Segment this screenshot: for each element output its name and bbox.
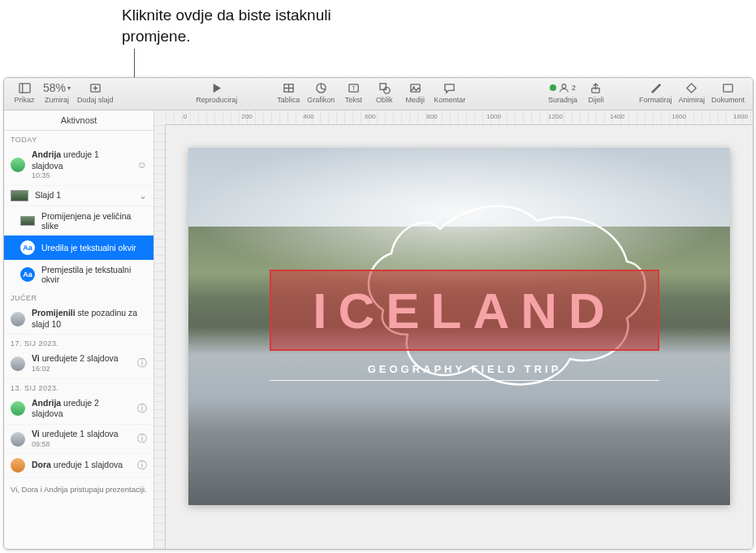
- avatar: [11, 458, 25, 473]
- avatar: [11, 401, 25, 416]
- info-icon[interactable]: ⓘ: [137, 459, 147, 473]
- text-edit-icon: Aa: [20, 240, 35, 255]
- activity-entry[interactable]: Andrija uređuje 1 slajdova 10:35 ☺: [4, 145, 153, 186]
- animate-button[interactable]: Animiraj: [675, 80, 708, 109]
- activity-entry[interactable]: Vi uređujete 1 slajdova 09:58 ⓘ: [4, 425, 153, 454]
- app-window: Prikaz 58%▾ Zumiraj Dodaj slajd Reproduc…: [3, 77, 754, 550]
- activity-text: Andrija uređuje 1 slajdova: [32, 149, 131, 171]
- play-icon: [210, 81, 222, 94]
- media-icon: [409, 81, 421, 94]
- format-button[interactable]: Formatiraj: [636, 80, 676, 109]
- svg-rect-12: [380, 83, 387, 89]
- activity-text: Vi uređujete 2 slajdova: [32, 353, 131, 365]
- add-slide-button[interactable]: Dodaj slajd: [74, 80, 117, 109]
- add-slide-label: Dodaj slajd: [77, 96, 114, 104]
- slide-subtitle[interactable]: GEOGRAPHY FIELD TRIP: [270, 363, 659, 381]
- text-edit-icon: Aa: [20, 267, 35, 282]
- activity-text: Dora uređuje 1 slajdova: [32, 460, 131, 471]
- change-label: Premjestila je tekstualni okvir: [41, 265, 147, 284]
- activity-change[interactable]: Promijenjena je veličina slike: [4, 206, 153, 235]
- activity-sidebar: Aktivnost TODAY Andrija uređuje 1 slajdo…: [4, 110, 154, 549]
- view-button[interactable]: Prikaz: [9, 80, 40, 109]
- avatar: [11, 158, 25, 172]
- zoom-label: Zumiraj: [45, 96, 69, 104]
- svg-point-16: [562, 84, 566, 88]
- section-today: TODAY: [4, 131, 153, 145]
- document-icon: [722, 81, 734, 94]
- activity-text: Andrija uređuje 2 slajdova: [32, 398, 131, 420]
- activity-change-selected[interactable]: Aa Uredila je tekstualni okvir: [4, 235, 153, 260]
- activity-entry[interactable]: Andrija uređuje 2 slajdova ⓘ: [4, 394, 153, 425]
- activity-time: 10:35: [32, 171, 131, 181]
- collaborate-icon: 2: [550, 81, 576, 94]
- text-icon: T: [348, 81, 360, 94]
- section-date: 17. SIJ 2023.: [4, 335, 153, 349]
- chart-button[interactable]: Grafikon: [304, 80, 338, 109]
- info-icon[interactable]: ⓘ: [137, 402, 147, 416]
- section-date: 13. SIJ 2023.: [4, 379, 153, 394]
- info-icon[interactable]: ⓘ: [137, 356, 147, 370]
- activity-entry[interactable]: Dora uređuje 1 slajdova ⓘ: [4, 454, 153, 477]
- ruler-vertical: [154, 125, 166, 549]
- change-label: Promijenjena je veličina slike: [41, 211, 147, 231]
- info-icon[interactable]: ⓘ: [137, 432, 147, 446]
- diamond-icon: [685, 81, 698, 94]
- avatar: [11, 356, 25, 371]
- slide-label: Slajd 1: [35, 190, 132, 201]
- svg-text:T: T: [352, 84, 356, 92]
- slide-thumbnail: [11, 190, 28, 201]
- play-button[interactable]: Reproduciraj: [192, 80, 240, 109]
- svg-point-13: [383, 87, 390, 93]
- slide-title-box[interactable]: ICELAND: [270, 270, 659, 351]
- svg-rect-0: [19, 83, 29, 92]
- activity-footer: Vi, Dora i Andrija pristupaju prezentaci…: [4, 477, 153, 501]
- comment-button[interactable]: Komentar: [430, 80, 469, 109]
- svg-marker-5: [214, 83, 221, 92]
- activity-entry[interactable]: Vi uređujete 2 slajdova 16:02 ⓘ: [4, 349, 153, 378]
- zoom-value: 58%▾: [43, 81, 71, 94]
- plus-icon: [89, 81, 102, 94]
- share-button[interactable]: Dijeli: [581, 80, 611, 109]
- chevron-down-icon[interactable]: ⌄: [139, 190, 147, 201]
- collaborate-button[interactable]: 2 Suradnja: [545, 80, 581, 109]
- zoom-button[interactable]: 58%▾ Zumiraj: [40, 80, 74, 109]
- document-button[interactable]: Dokument: [708, 80, 748, 109]
- share-icon: [590, 81, 602, 94]
- svg-marker-18: [687, 83, 696, 92]
- smile-icon[interactable]: ☺: [137, 159, 147, 171]
- table-icon: [283, 81, 295, 94]
- activity-time: 09:58: [32, 440, 131, 450]
- view-label: Prikaz: [14, 96, 34, 104]
- shape-icon: [378, 81, 391, 94]
- activity-text: Promijenili ste pozadinu za slajd 10: [32, 308, 147, 330]
- sidebar-title: Aktivnost: [4, 110, 153, 131]
- slide-stage: ICELAND GEOGRAPHY FIELD TRIP: [166, 125, 753, 549]
- slide[interactable]: ICELAND GEOGRAPHY FIELD TRIP: [188, 148, 730, 505]
- activity-feed[interactable]: TODAY Andrija uređuje 1 slajdova 10:35 ☺…: [4, 131, 153, 549]
- avatar: [11, 312, 25, 326]
- activity-slide-row[interactable]: Slajd 1 ⌄: [4, 186, 153, 206]
- ruler-horizontal: 0 200 400 600 800 1000 1200 1400 1600 18…: [166, 110, 753, 125]
- brush-icon: [650, 81, 662, 94]
- activity-time: 16:02: [32, 365, 131, 374]
- table-button[interactable]: Tablica: [273, 80, 304, 109]
- avatar: [11, 432, 25, 447]
- activity-text: Vi uređujete 1 slajdova: [32, 429, 131, 440]
- sidebar-icon: [19, 81, 31, 94]
- image-icon: [20, 216, 35, 226]
- play-label: Reproduciraj: [196, 96, 237, 104]
- callout-text: Kliknite ovdje da biste istaknuli promje…: [122, 5, 365, 46]
- activity-entry[interactable]: Promijenili ste pozadinu za slajd 10: [4, 304, 153, 335]
- text-button[interactable]: T Tekst: [338, 80, 369, 109]
- toolbar: Prikaz 58%▾ Zumiraj Dodaj slajd Reproduc…: [4, 78, 753, 110]
- slide-title: ICELAND: [313, 282, 616, 339]
- change-label: Uredila je tekstualni okvir: [41, 243, 136, 253]
- media-button[interactable]: Mediji: [400, 80, 430, 109]
- section-yesterday: JUČER: [4, 289, 153, 304]
- activity-change[interactable]: Aa Premjestila je tekstualni okvir: [4, 260, 153, 289]
- comment-icon: [443, 81, 456, 94]
- chart-icon: [315, 81, 327, 94]
- canvas-area[interactable]: 0 200 400 600 800 1000 1200 1400 1600 18…: [154, 110, 753, 549]
- svg-rect-19: [724, 84, 732, 91]
- shape-button[interactable]: Oblik: [369, 80, 400, 109]
